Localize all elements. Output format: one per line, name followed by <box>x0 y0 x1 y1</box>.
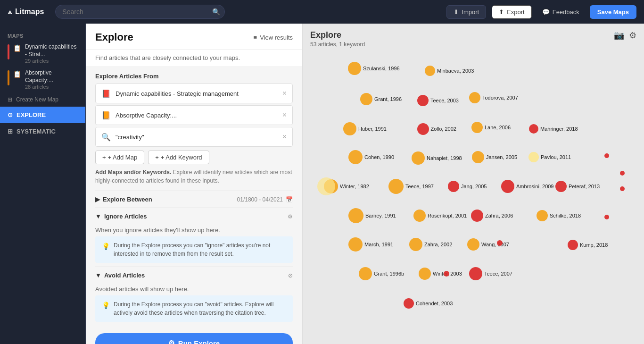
search-input[interactable] <box>55 5 225 19</box>
node[interactable]: Jansen, 2005 <box>472 151 517 163</box>
node[interactable]: Teece, 2007 <box>469 267 512 280</box>
explore-subtitle: Find articles that are closely connected… <box>86 50 302 66</box>
node-label: Cohendet, 2003 <box>416 301 453 306</box>
book-icon: 📋 <box>13 44 21 52</box>
add-keyword-button[interactable]: + + Add Keyword <box>148 151 209 164</box>
node-dot[interactable] <box>620 186 625 191</box>
screenshot-button[interactable]: 📷 <box>614 30 624 41</box>
node-circle <box>425 66 435 76</box>
node[interactable]: March, 1991 <box>348 237 393 252</box>
node[interactable]: Grant, 1996b <box>359 267 404 280</box>
export-button[interactable]: ⬆ Export <box>492 5 532 19</box>
node[interactable]: Cohen, 1990 <box>348 150 394 164</box>
logo-text: Litmaps <box>15 8 44 16</box>
node[interactable]: Szulanski, 1996 <box>348 62 400 75</box>
avoid-articles-section[interactable]: ▼ Avoid Articles ⊘ <box>95 267 293 284</box>
explore-between-section[interactable]: ▶ Explore Between 01/1800 - 04/2021 📅 <box>95 191 293 208</box>
node[interactable]: Mahringer, 2018 <box>529 124 578 134</box>
remove-source-button[interactable]: × <box>282 111 287 119</box>
node-label: Todorova, 2007 <box>482 95 518 101</box>
node[interactable]: Barney, 1991 <box>348 208 396 223</box>
node[interactable]: Jang, 2005 <box>448 181 487 192</box>
node-label: Schilke, 2018 <box>550 213 581 218</box>
source-name: Absorptive Capacity:... <box>116 112 282 119</box>
node-circle <box>348 150 363 164</box>
feedback-button[interactable]: 💬 Feedback <box>537 6 584 18</box>
map-color-indicator <box>8 44 9 59</box>
node-label: Lane, 2006 <box>485 125 511 130</box>
add-map-button[interactable]: + + Add Map <box>95 151 144 164</box>
node[interactable]: Todorova, 2007 <box>469 92 518 103</box>
sidebar-item-explore[interactable]: ⊙ EXPLORE <box>0 107 85 123</box>
node[interactable]: Huber, 1991 <box>343 122 387 135</box>
save-maps-button[interactable]: Save Maps <box>590 5 636 19</box>
node[interactable]: Zollo, 2002 <box>417 123 456 135</box>
settings-button[interactable]: ⚙ <box>629 30 636 41</box>
map-color-indicator <box>8 70 9 85</box>
node-label: Teece, 2003 <box>430 98 459 103</box>
remove-keyword-button[interactable]: × <box>282 133 287 141</box>
node[interactable]: Teece, 2003 <box>417 95 459 106</box>
node-circle <box>419 268 431 280</box>
remove-source-button[interactable]: × <box>282 89 287 98</box>
explore-header: Explore ≡ View results <box>86 24 302 50</box>
node[interactable]: Zahra, 2006 <box>471 210 513 222</box>
node-label: Winter, 1982 <box>340 184 369 189</box>
sidebar-item-dynamic-capabilities[interactable]: 📋 Dynamic capabilities - Strat... 29 art… <box>0 41 85 67</box>
node-dot[interactable] <box>604 153 609 158</box>
node-label: Rosenkopf, 2001 <box>428 213 467 218</box>
viz-toolbar: 📷 ⚙ <box>614 30 636 41</box>
node[interactable]: Lane, 2006 <box>471 122 511 133</box>
info-icon: 💡 <box>102 301 110 310</box>
node-circle <box>360 93 372 105</box>
ignore-articles-section[interactable]: ▼ Ignore Articles ⚙ <box>95 208 293 225</box>
map-text: Absorptive Capacity:... 28 articles <box>25 69 78 90</box>
node[interactable]: Kump, 2018 <box>568 240 608 250</box>
ignore-articles-content: When you ignore articles they'll show up… <box>95 225 293 267</box>
node[interactable]: Grant, 1996 <box>360 93 402 105</box>
node-circle <box>471 210 483 222</box>
node-dot[interactable] <box>604 215 609 219</box>
viz-subtitle: 53 articles, 1 keyword <box>310 41 365 48</box>
search-icon[interactable]: 🔍 <box>212 8 220 16</box>
node[interactable]: Minbaeva, 2003 <box>425 66 474 76</box>
node[interactable]: Teece, 1997 <box>388 179 434 194</box>
node-dot[interactable] <box>444 271 449 277</box>
node-label: Kump, 2018 <box>580 242 608 248</box>
import-button[interactable]: ⬇ Import <box>446 5 486 19</box>
main-layout: MAPS 📋 Dynamic capabilities - Strat... 2… <box>0 24 644 344</box>
node-circle <box>409 238 422 251</box>
run-explore-button[interactable]: ⚙ Run Explore <box>95 333 293 344</box>
calendar-icon: 📅 <box>286 196 293 203</box>
node-dot[interactable] <box>317 177 335 195</box>
source-icon-book: 📕 <box>101 89 111 98</box>
node[interactable]: Cohendet, 2003 <box>404 298 453 309</box>
node[interactable]: Pavlou, 2011 <box>528 152 571 162</box>
viz-title-block: Explore 53 articles, 1 keyword <box>310 30 365 48</box>
explore-body: Explore Articles From 📕 Dynamic capabili… <box>86 66 302 344</box>
node-circle <box>471 122 483 133</box>
node[interactable]: Ambrosini, 2009 <box>501 180 554 193</box>
node[interactable]: Winter, 2003 <box>419 268 462 280</box>
node-dot[interactable] <box>497 240 503 246</box>
plus-icon: + <box>155 154 159 161</box>
node[interactable]: Rosenkopf, 2001 <box>413 210 467 222</box>
feedback-icon: 💬 <box>542 8 550 16</box>
explore-panel: Explore ≡ View results Find articles tha… <box>86 24 303 344</box>
node-circle <box>417 123 429 135</box>
node[interactable]: Peteraf, 2013 <box>555 181 600 192</box>
node[interactable]: Nahapiet, 1998 <box>412 151 462 165</box>
create-new-map-button[interactable]: ⊞ Create New Map <box>0 92 85 107</box>
node-dot[interactable] <box>620 171 625 176</box>
node-circle <box>404 298 414 309</box>
node-label: Zahra, 2006 <box>485 213 513 218</box>
node[interactable]: Schilke, 2018 <box>537 210 581 221</box>
node-label: Szulanski, 1996 <box>363 66 400 71</box>
sidebar-item-absorptive-capacity[interactable]: 📋 Absorptive Capacity:... 28 articles <box>0 67 85 92</box>
logo[interactable]: ⟁ Litmaps <box>8 8 44 16</box>
view-results-button[interactable]: ≡ View results <box>254 34 293 41</box>
node[interactable]: Wang, 2007 <box>467 238 509 251</box>
node-circle <box>469 92 480 103</box>
node[interactable]: Zahra, 2002 <box>409 238 452 251</box>
sidebar-item-systematic[interactable]: ⊞ SYSTEMATIC <box>0 123 85 140</box>
